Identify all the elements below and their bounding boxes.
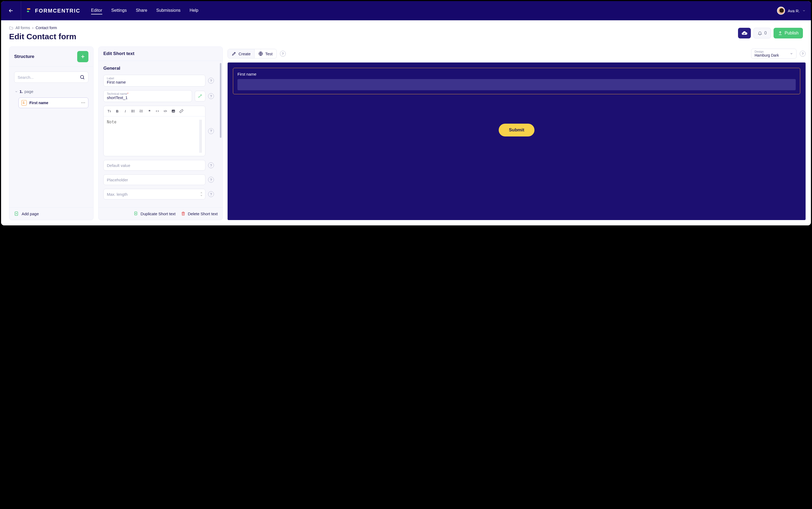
rte-code[interactable]: [154, 108, 161, 114]
nav-help[interactable]: Help: [190, 7, 199, 14]
nav-share[interactable]: Share: [136, 7, 147, 14]
user-menu[interactable]: Ava R.: [777, 7, 806, 15]
help-label[interactable]: ?: [208, 78, 214, 83]
label-field[interactable]: Label: [103, 75, 205, 87]
add-element-button[interactable]: [77, 51, 89, 62]
max-length-field[interactable]: [103, 189, 205, 200]
breadcrumb: All forms › Contact form: [9, 26, 76, 30]
rte-ol[interactable]: [138, 108, 145, 114]
notifications-button[interactable]: 0: [753, 28, 771, 38]
placeholder-field[interactable]: [103, 174, 205, 185]
edit-panel: Edit Short text General Label ? Technica…: [98, 46, 223, 220]
design-label: Design: [754, 50, 779, 53]
page-number: 1.: [20, 89, 23, 94]
delete-button[interactable]: Delete Short text: [181, 211, 218, 216]
rte-bold[interactable]: B: [114, 108, 121, 114]
stepper-up-icon[interactable]: [200, 192, 203, 194]
duplicate-icon: [134, 211, 138, 216]
preview-field: First name: [233, 68, 800, 94]
folder-icon: [9, 26, 13, 30]
preview-input[interactable]: [237, 79, 796, 90]
mode-test-label: Test: [265, 52, 273, 56]
chevron-down-icon: [15, 90, 18, 93]
upload-icon: [778, 31, 783, 36]
page-label: page: [25, 89, 33, 94]
section-general: General: [103, 66, 214, 71]
technical-name-field[interactable]: Technical name*: [103, 90, 192, 102]
mode-create-label: Create: [239, 52, 250, 56]
edit-title: Edit Short text: [103, 51, 134, 56]
help-technical-name[interactable]: ?: [208, 93, 214, 99]
technical-name-label: Technical name*: [107, 92, 189, 95]
svg-rect-1: [27, 11, 29, 12]
preview-field-label: First name: [237, 72, 796, 76]
preview-canvas: First name Submit: [228, 63, 806, 220]
publish-button[interactable]: Publish: [774, 28, 803, 38]
help-design[interactable]: ?: [800, 51, 806, 57]
stepper-down-icon[interactable]: [200, 194, 203, 197]
rte-image[interactable]: [170, 108, 177, 114]
publish-label: Publish: [785, 31, 799, 36]
tree-page-node[interactable]: 1. page: [14, 88, 89, 95]
duplicate-button[interactable]: Duplicate Short text: [134, 211, 175, 216]
design-value: Hamburg Dark: [754, 53, 779, 58]
duplicate-label: Duplicate Short text: [140, 211, 175, 216]
trash-icon: [181, 211, 185, 216]
chevron-down-icon: [790, 52, 793, 55]
placeholder-input[interactable]: [107, 178, 202, 182]
default-value-input[interactable]: [107, 163, 202, 168]
tree-field-more[interactable]: ···: [81, 100, 86, 105]
rte-textsize[interactable]: [106, 108, 113, 114]
structure-search[interactable]: [14, 72, 89, 83]
mode-segment: Create Test: [228, 49, 277, 59]
brand-logo: FORMCENTRIC: [21, 8, 89, 14]
breadcrumb-sep: ›: [32, 26, 33, 30]
rte-italic[interactable]: I: [122, 108, 129, 114]
rte-ul[interactable]: [130, 108, 137, 114]
default-value-field[interactable]: [103, 160, 205, 171]
help-note[interactable]: ?: [208, 128, 214, 134]
structure-title: Structure: [14, 54, 34, 59]
label-input[interactable]: [107, 80, 202, 84]
nav-settings[interactable]: Settings: [111, 7, 127, 14]
search-input[interactable]: [18, 75, 77, 79]
design-dropdown[interactable]: Design Hamburg Dark: [751, 48, 797, 59]
short-text-icon: [21, 100, 27, 105]
rte-scrollbar[interactable]: [199, 120, 202, 153]
help-default[interactable]: ?: [208, 162, 214, 168]
mode-test[interactable]: Test: [254, 49, 276, 58]
nav-editor[interactable]: Editor: [91, 7, 102, 14]
preview-submit-button[interactable]: Submit: [499, 124, 535, 136]
help-mode[interactable]: ?: [280, 51, 286, 57]
mode-create[interactable]: Create: [228, 49, 254, 58]
notif-count: 0: [765, 31, 767, 36]
rte-link[interactable]: [178, 108, 185, 114]
cloud-check-icon: [741, 30, 748, 36]
label-field-label: Label: [107, 77, 202, 80]
scrollbar[interactable]: [220, 63, 222, 138]
note-textarea[interactable]: [107, 120, 199, 153]
rte-quote[interactable]: ❝: [146, 108, 153, 114]
preview-panel: Create Test ? Design Hamburg Dark: [228, 46, 806, 220]
breadcrumb-root[interactable]: All forms: [15, 26, 30, 30]
help-maxlen[interactable]: ?: [208, 191, 214, 197]
back-button[interactable]: [1, 1, 21, 20]
delete-label: Delete Short text: [188, 211, 218, 216]
svg-point-2: [80, 75, 83, 78]
rte-toolbar: B I ❝: [104, 106, 205, 116]
svg-point-6: [132, 111, 132, 111]
search-icon: [79, 74, 85, 80]
help-placeholder[interactable]: ?: [208, 177, 214, 183]
rte-codeblock[interactable]: [162, 108, 169, 114]
add-page-icon: [14, 211, 19, 216]
max-length-input[interactable]: [107, 192, 202, 197]
magic-wand-button[interactable]: [195, 91, 205, 101]
pencil-icon: [232, 51, 236, 56]
save-status-button[interactable]: [738, 28, 751, 38]
svg-rect-0: [27, 8, 30, 10]
technical-name-input[interactable]: [107, 95, 189, 100]
nav-submissions[interactable]: Submissions: [156, 7, 180, 14]
tree-field-first-name[interactable]: First name ···: [19, 98, 89, 108]
svg-point-5: [132, 110, 132, 110]
add-page-button[interactable]: Add page: [22, 211, 39, 216]
